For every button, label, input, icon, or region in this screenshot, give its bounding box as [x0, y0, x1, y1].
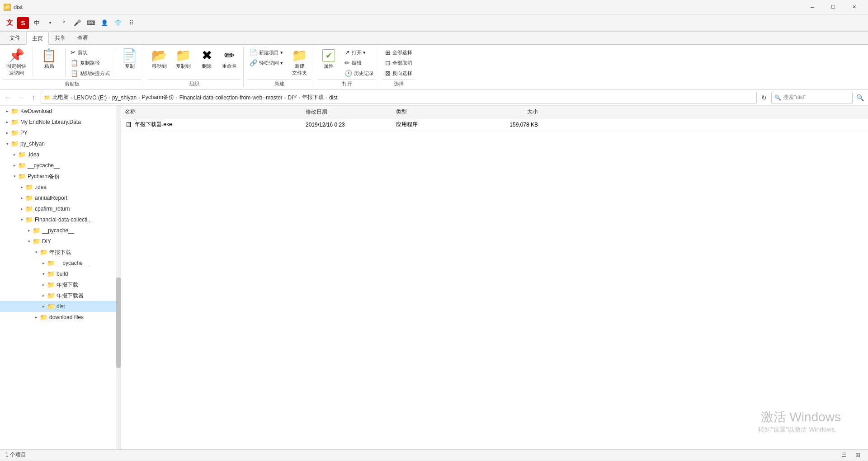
tree-item-label: download files — [49, 314, 84, 320]
easyaccess-button[interactable]: 🔗 轻松访问 ▾ — [247, 58, 285, 68]
copypath-button[interactable]: 📋 复制路径 — [68, 58, 112, 68]
address-bar[interactable]: 📁 此电脑 › LENOVO (E:) › py_shiyan › Pychar… — [41, 92, 757, 103]
sidebar-item[interactable]: ▸📁年报下载 — [0, 279, 121, 290]
clipboard-group-label: 剪贴板 — [3, 79, 141, 87]
sidebar-item[interactable]: ▾📁年报下载 — [0, 247, 121, 258]
sidebar-item[interactable]: ▸📁PY — [0, 127, 121, 138]
tree-item-label: 年报下载器 — [57, 292, 84, 300]
ime-keyboard-button[interactable]: ⌨ — [85, 17, 97, 29]
sidebar-item[interactable]: ▸📁download files — [0, 312, 121, 323]
properties-button[interactable]: ✔ 属性 — [318, 47, 340, 71]
new-buttons: 📄 新建项目 ▾ 🔗 轻松访问 ▾ 📁 新建文件夹 — [247, 47, 311, 78]
history-button[interactable]: 🕐 历史记录 — [342, 68, 376, 78]
tab-home[interactable]: 主页 — [26, 32, 49, 45]
sidebar-item[interactable]: ▸📁.idea — [0, 149, 121, 160]
ime-grid-button[interactable]: ⠿ — [126, 17, 137, 29]
open-buttons: ✔ 属性 ↗ 打开 ▾ ✏ 编辑 🕐 历史记录 — [318, 47, 376, 78]
up-button[interactable]: ↑ — [28, 92, 39, 103]
sidebar-item[interactable]: ▸📁__pycache__ — [0, 258, 121, 268]
view-list-button[interactable]: ☰ — [839, 450, 849, 460]
file-name-cell: 🖥 年报下载器.exe — [121, 121, 302, 129]
folder-icon: 📁 — [25, 194, 33, 202]
addr-dist[interactable]: dist — [329, 94, 338, 101]
addr-computer[interactable]: 此电脑 — [52, 94, 69, 101]
back-button[interactable]: ← — [3, 92, 14, 103]
table-row[interactable]: 🖥 年报下载器.exe 2019/12/16 0:23 应用程序 159,078… — [121, 118, 868, 131]
copy-icon: 📄 — [122, 49, 137, 62]
ime-mic-button[interactable]: 🎤 — [71, 17, 83, 29]
col-header-name[interactable]: 名称 — [121, 108, 302, 116]
sidebar-item[interactable]: ▸📁annualReport — [0, 193, 121, 203]
tab-share[interactable]: 共享 — [49, 32, 71, 44]
sidebar-item[interactable]: ▸📁__pycache__ — [0, 160, 121, 171]
forward-button[interactable]: → — [15, 92, 26, 103]
sidebar-item[interactable]: ▾📁Pycharm备份 — [0, 171, 121, 182]
cut-label: 剪切 — [78, 49, 88, 56]
addr-sep7: › — [326, 95, 327, 100]
ime-user-button[interactable]: 👤 — [99, 17, 110, 29]
search-bar[interactable]: 🔍 搜索"dist" — [771, 92, 853, 103]
selectall-button[interactable]: ⊞ 全部选择 — [383, 47, 415, 57]
cut-button[interactable]: ✂ 剪切 — [68, 47, 112, 57]
col-header-type[interactable]: 类型 — [392, 108, 474, 116]
refresh-button[interactable]: ↻ — [759, 92, 769, 103]
tab-view[interactable]: 查看 — [71, 32, 94, 44]
sidebar-item[interactable]: ▸📁.idea — [0, 182, 121, 193]
view-tile-button[interactable]: ⊞ — [853, 450, 863, 460]
addr-drive[interactable]: LENOVO (E:) — [74, 94, 107, 101]
paste-button[interactable]: 📋 粘贴 — [36, 47, 62, 71]
copyto-icon: 📁 — [175, 49, 191, 62]
newfolder-button[interactable]: 📁 新建文件夹 — [288, 47, 311, 78]
col-header-date[interactable]: 修改日期 — [302, 108, 392, 116]
open-button[interactable]: ↗ 打开 ▾ — [342, 47, 376, 57]
addr-diy[interactable]: DIY — [288, 94, 297, 101]
col-header-size[interactable]: 大小 — [474, 108, 542, 116]
sidebar-item[interactable]: ▸📁cpafirm_return — [0, 203, 121, 214]
pasteshortcut-button[interactable]: 📋 粘贴快捷方式 — [68, 68, 112, 78]
sidebar-scrollbar[interactable] — [116, 106, 121, 449]
sidebar-item[interactable]: ▾📁build — [0, 268, 121, 279]
sidebar-item[interactable]: ▸📁My EndNote Library.Data — [0, 117, 121, 127]
addr-annual[interactable]: 年报下载 — [302, 94, 324, 101]
newfolder-label: 新建文件夹 — [292, 63, 307, 76]
select-buttons: ⊞ 全部选择 ⊟ 全部取消 ⊠ 反向选择 — [383, 47, 415, 78]
ime-sogou-icon[interactable]: S — [17, 17, 29, 29]
tab-file[interactable]: 文件 — [4, 32, 26, 44]
sidebar-item[interactable]: ▸📁dist — [0, 301, 121, 312]
sidebar-item[interactable]: ▸📁__pycache__ — [0, 225, 121, 236]
sidebar-thumb[interactable] — [116, 278, 121, 368]
rename-button[interactable]: ✏ 重命名 — [218, 47, 241, 71]
sidebar-item[interactable]: ▾📁py_shiyan — [0, 138, 121, 149]
ime-chinese-button[interactable]: 文 — [4, 17, 15, 29]
invertsel-button[interactable]: ⊠ 反向选择 — [383, 68, 415, 78]
tree-item-label: annualReport — [35, 195, 67, 201]
pin-quickaccess-button[interactable]: 📌 固定到快速访问 — [3, 47, 30, 78]
copyto-button[interactable]: 📁 复制到 — [172, 47, 195, 71]
sidebar-item[interactable]: ▸📁年报下载器 — [0, 290, 121, 301]
maximize-button[interactable]: ☐ — [823, 0, 844, 14]
folder-icon: 📁 — [11, 118, 19, 126]
edit-button[interactable]: ✏ 编辑 — [342, 58, 376, 68]
newitem-button[interactable]: 📄 新建项目 ▾ — [247, 47, 285, 57]
ime-punctuation-button[interactable]: ° — [58, 17, 70, 29]
addr-pycharm[interactable]: Pycharm备份 — [142, 94, 174, 101]
minimize-button[interactable]: ─ — [802, 0, 823, 14]
deselectall-button[interactable]: ⊟ 全部取消 — [383, 58, 415, 68]
addr-py-shiyan[interactable]: py_shiyan — [112, 94, 137, 101]
sidebar-item[interactable]: ▾📁Financial-data-collecti... — [0, 214, 121, 225]
delete-button[interactable]: ✖ 删除 — [196, 47, 217, 71]
folder-icon: 📁 — [47, 270, 55, 278]
copy-button[interactable]: 📄 复制 — [118, 47, 141, 71]
addr-financial[interactable]: Financial-data-collection-from-web--mast… — [179, 94, 283, 101]
moveto-button[interactable]: 📂 移动到 — [148, 47, 171, 71]
folder-icon: 📁 — [25, 183, 33, 191]
tree-expand-icon: ▾ — [4, 141, 11, 146]
sidebar-item[interactable]: ▸📁KwDownload — [0, 106, 121, 117]
close-button[interactable]: ✕ — [844, 0, 864, 14]
ime-shirt-button[interactable]: 👕 — [112, 17, 124, 29]
search-button[interactable]: 🔍 — [854, 92, 865, 103]
ime-dot-button[interactable]: • — [44, 17, 56, 29]
ribbon-content: 📌 固定到快速访问 📋 粘贴 ✂ 剪切 — [0, 44, 868, 89]
sidebar-item[interactable]: ▾📁DIY — [0, 236, 121, 247]
ime-mode-button[interactable]: 中 — [31, 17, 42, 29]
